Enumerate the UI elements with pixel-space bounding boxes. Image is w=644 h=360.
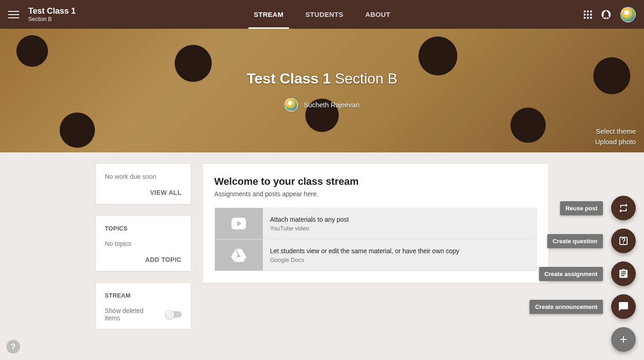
- show-deleted-label: Show deleted items: [105, 307, 161, 322]
- hamburger-menu-icon[interactable]: [8, 9, 19, 20]
- fab-label-question: Create question: [547, 234, 603, 248]
- tip-row[interactable]: Attach materials to any post YouTube vid…: [215, 208, 537, 240]
- banner-title-bold: Test Class 1: [246, 70, 330, 86]
- view-all-button[interactable]: VIEW ALL: [150, 189, 182, 196]
- fab-label-assignment: Create assignment: [539, 267, 603, 281]
- banner-teacher: Sucheth Rajeevan: [246, 98, 397, 111]
- tab-students[interactable]: STUDENTS: [305, 0, 343, 29]
- teacher-avatar: [284, 98, 298, 111]
- plus-icon: [618, 334, 629, 345]
- class-section: Section B: [28, 16, 76, 22]
- fab-label-reuse: Reuse post: [560, 201, 603, 215]
- class-name: Test Class 1: [28, 6, 76, 16]
- main-column: Welcome to your class stream Assignments…: [202, 163, 549, 283]
- topbar-right: [584, 7, 636, 22]
- no-work-text: No work due soon: [105, 173, 182, 180]
- tab-stream[interactable]: STREAM: [254, 0, 283, 29]
- teacher-name: Sucheth Rajeevan: [304, 101, 360, 109]
- select-theme-link[interactable]: Select theme: [595, 126, 636, 137]
- banner-title-light: Section B: [335, 70, 398, 86]
- fab-speed-dial: Create announcement Create assignment Cr…: [529, 196, 636, 352]
- question-icon: [618, 235, 629, 246]
- reuse-post-fab[interactable]: [611, 196, 636, 220]
- create-fab[interactable]: [611, 327, 636, 352]
- reuse-icon: [618, 203, 629, 214]
- tab-about[interactable]: ABOUT: [365, 0, 390, 29]
- stream-heading: STREAM: [105, 292, 182, 299]
- welcome-title: Welcome to your class stream: [215, 176, 537, 188]
- create-question-fab[interactable]: [611, 229, 636, 253]
- announcement-icon: [618, 301, 629, 312]
- welcome-card: Welcome to your class stream Assignments…: [202, 163, 549, 283]
- user-avatar[interactable]: [620, 7, 636, 22]
- create-assignment-fab[interactable]: [611, 261, 636, 286]
- tip-subtitle: Google Docs: [270, 256, 460, 263]
- topics-card: TOPICS No topics ADD TOPIC: [95, 215, 191, 271]
- create-announcement-fab[interactable]: [611, 294, 636, 319]
- tip-subtitle: YouTube video: [270, 225, 349, 232]
- add-topic-button[interactable]: ADD TOPIC: [145, 256, 181, 263]
- class-banner: Test Class 1 Section B Sucheth Rajeevan …: [0, 29, 644, 152]
- banner-center: Test Class 1 Section B Sucheth Rajeevan: [246, 70, 397, 111]
- svg-point-2: [623, 243, 624, 244]
- banner-links: Select theme Upload photo: [595, 126, 636, 147]
- welcome-subtitle: Assignments and posts appear here.: [215, 190, 537, 198]
- show-deleted-toggle[interactable]: [166, 311, 182, 318]
- tip-title: Attach materials to any post: [270, 216, 349, 223]
- apps-icon[interactable]: [584, 10, 592, 19]
- fab-label-announcement: Create announcement: [529, 300, 603, 314]
- tip-row[interactable]: Let students view or edit the same mater…: [215, 240, 537, 271]
- upcoming-card: No work due soon VIEW ALL: [95, 163, 191, 204]
- left-column: No work due soon VIEW ALL TOPICS No topi…: [95, 163, 191, 329]
- play-icon: [215, 208, 263, 239]
- drive-icon: [215, 240, 263, 271]
- banner-title: Test Class 1 Section B: [246, 70, 397, 87]
- class-title-block[interactable]: Test Class 1 Section B: [28, 6, 76, 23]
- upload-photo-link[interactable]: Upload photo: [595, 137, 636, 147]
- nav-tabs: STREAM STUDENTS ABOUT: [254, 0, 390, 29]
- top-bar: Test Class 1 Section B STREAM STUDENTS A…: [0, 0, 644, 29]
- help-icon[interactable]: ?: [6, 340, 20, 354]
- no-topics-text: No topics: [105, 240, 182, 247]
- notifications-icon[interactable]: [601, 10, 611, 20]
- stream-settings-card: STREAM Show deleted items: [95, 282, 191, 329]
- tip-title: Let students view or edit the same mater…: [270, 247, 460, 255]
- assignment-icon: [618, 268, 629, 279]
- topics-heading: TOPICS: [105, 225, 182, 232]
